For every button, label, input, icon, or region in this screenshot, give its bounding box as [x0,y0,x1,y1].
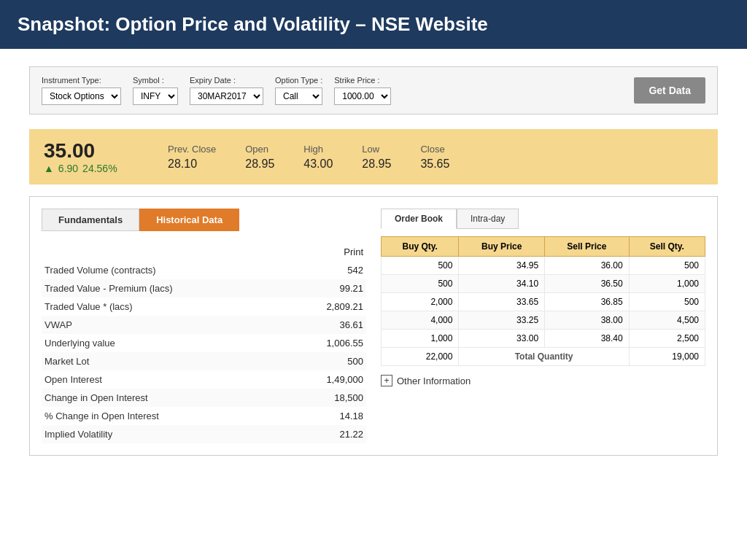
change-value: 6.90 [58,163,78,174]
fund-value: 1,49,000 [287,370,366,389]
table-row: 500 34.95 36.00 500 [382,257,705,275]
order-book-total-row: 22,000 Total Quantity 19,000 [382,348,705,366]
plus-icon[interactable]: + [381,375,392,386]
instrument-type-select[interactable]: Stock Options [42,88,121,105]
fund-value: 1,006.55 [287,334,366,352]
page-header: Snapshot: Option Price and Volatility – … [0,0,747,49]
sell-price: 38.40 [545,330,630,348]
buy-price: 33.00 [459,330,545,348]
price-bar: 35.00 ▲ 6.90 24.56% Prev. Close 28.10 Op… [29,129,718,184]
buy-qty: 500 [382,275,459,293]
buy-price: 34.95 [459,257,545,275]
fund-label: Traded Volume (contracts) [42,261,287,279]
buy-price: 33.65 [459,293,545,311]
buy-qty: 2,000 [382,293,459,311]
sell-price: 36.50 [545,275,630,293]
table-row: VWAP 36.61 [42,316,366,334]
main-content: Instrument Type: Stock Options Symbol : … [0,49,747,473]
table-row: Traded Value - Premium (lacs) 99.21 [42,279,366,298]
order-tab-row: Order Book Intra-day [381,209,705,229]
fund-label: Implied Volatility [42,425,287,443]
strike-price-select[interactable]: 1000.00 [334,88,391,105]
other-info-label: Other Information [397,376,471,386]
fund-label: Change in Open Interest [42,389,287,407]
table-row: Market Lot 500 [42,352,366,370]
fund-label: Open Interest [42,370,287,389]
page-title: Snapshot: Option Price and Volatility – … [18,13,488,35]
option-type-label: Option Type : [275,76,322,85]
sell-price: 38.00 [545,311,630,330]
order-book-col-header: Sell Qty. [629,237,705,257]
high-stat: High 43.00 [303,144,333,171]
fund-label: Underlying value [42,334,287,352]
table-row: Traded Value * (lacs) 2,809.21 [42,298,366,316]
instrument-type-group: Instrument Type: Stock Options [42,76,121,105]
total-label: Total Quantity [459,348,629,366]
sell-qty: 500 [629,257,705,275]
prev-close-stat: Prev. Close 28.10 [168,144,216,171]
tab-order-book[interactable]: Order Book [381,209,457,229]
fund-value: 542 [287,261,366,279]
table-row: 500 34.10 36.50 1,000 [382,275,705,293]
low-value: 28.95 [362,158,391,171]
open-label: Open [245,144,274,155]
strike-price-label: Strike Price : [334,76,391,85]
table-row: % Change in Open Interest 14.18 [42,407,366,425]
buy-price: 34.10 [459,275,545,293]
fund-value: 99.21 [287,279,366,298]
buy-qty: 500 [382,257,459,275]
sell-qty: 4,500 [629,311,705,330]
close-value: 35.65 [420,158,449,171]
order-book-table: Buy Qty.Buy PriceSell PriceSell Qty. 500… [381,236,705,366]
table-row: Traded Volume (contracts) 542 [42,261,366,279]
expiry-date-label: Expiry Date : [190,76,263,85]
fund-value: 2,809.21 [287,298,366,316]
symbol-select[interactable]: INFY [133,88,178,105]
open-stat: Open 28.95 [245,144,274,171]
tab-fundamentals[interactable]: Fundamentals [42,209,139,231]
table-row: Underlying value 1,006.55 [42,334,366,352]
get-data-button[interactable]: Get Data [634,77,705,104]
table-row: Implied Volatility 21.22 [42,425,366,443]
symbol-label: Symbol : [133,76,178,85]
prev-close-value: 28.10 [168,158,216,171]
table-row: Change in Open Interest 18,500 [42,389,366,407]
instrument-type-label: Instrument Type: [42,76,121,85]
order-panel: Order Book Intra-day Buy Qty.Buy PriceSe… [381,209,705,443]
buy-qty: 1,000 [382,330,459,348]
current-price: 35.00 [44,139,139,163]
sell-price: 36.85 [545,293,630,311]
table-row: 2,000 33.65 36.85 500 [382,293,705,311]
fund-value: 21.22 [287,425,366,443]
table-row: 1,000 33.00 38.40 2,500 [382,330,705,348]
fund-value: 36.61 [287,316,366,334]
tab-intraday[interactable]: Intra-day [457,209,519,229]
print-header: Print [287,243,366,261]
low-stat: Low 28.95 [362,144,391,171]
tab-historical-data[interactable]: Historical Data [139,209,239,231]
order-book-col-header: Sell Price [545,237,630,257]
fundamentals-table: Print Traded Volume (contracts) 542 Trad… [42,243,366,443]
buy-price: 33.25 [459,311,545,330]
high-label: High [303,144,333,155]
price-change: ▲ 6.90 24.56% [44,163,139,174]
low-label: Low [362,144,391,155]
order-book-col-header: Buy Price [459,237,545,257]
change-pct: 24.56% [82,163,117,174]
other-info: + Other Information [381,375,705,386]
fund-label: Traded Value - Premium (lacs) [42,279,287,298]
order-book-col-header: Buy Qty. [382,237,459,257]
up-arrow-icon: ▲ [44,163,54,174]
prev-close-label: Prev. Close [168,144,216,155]
fund-value: 18,500 [287,389,366,407]
option-type-group: Option Type : Call [275,76,322,105]
table-row: Open Interest 1,49,000 [42,370,366,389]
high-value: 43.00 [303,158,333,171]
sell-qty: 1,000 [629,275,705,293]
sell-price: 36.00 [545,257,630,275]
expiry-date-select[interactable]: 30MAR2017 [190,88,263,105]
buy-total: 22,000 [382,348,459,366]
fund-value: 14.18 [287,407,366,425]
symbol-group: Symbol : INFY [133,76,178,105]
option-type-select[interactable]: Call [275,88,322,105]
